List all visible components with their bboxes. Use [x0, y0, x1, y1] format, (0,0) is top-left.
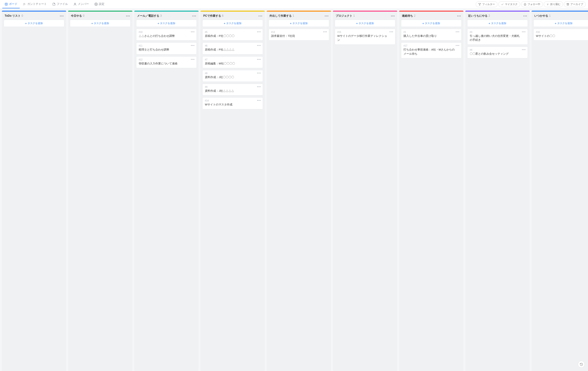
- card-id: #6: [205, 44, 261, 47]
- add-task-label: タスクを追加: [94, 22, 109, 25]
- gantt-icon: [23, 2, 26, 6]
- nav-tab-member[interactable]: メンバー: [71, 0, 91, 8]
- nav-tab-file[interactable]: ファイル: [50, 0, 70, 8]
- task-card[interactable]: ••• #10 △△さんとの打ち合わせ調整: [136, 29, 197, 41]
- star-icon: [524, 3, 526, 6]
- column-title-wrap: メール／電話する 3: [137, 14, 162, 18]
- action-collapse[interactable]: 折り畳む: [544, 1, 563, 7]
- column-more-icon[interactable]: •••: [126, 14, 130, 18]
- add-task-label: タスクを追加: [292, 22, 308, 25]
- board: ToDo リスト 0 ••• + タスクを追加 今日やる 0 ••• + タスク…: [2, 11, 586, 371]
- action-filter[interactable]: フィルター: [476, 1, 497, 7]
- action-archive[interactable]: アーカイブ: [564, 1, 586, 7]
- task-card[interactable]: ••• #4 〇〇君との飲み会セッティング: [467, 47, 528, 58]
- card-more-icon[interactable]: •••: [257, 72, 261, 75]
- card-id: #13: [271, 31, 327, 33]
- card-more-icon[interactable]: •••: [522, 48, 526, 51]
- card-title: △△さんとの打ち合わせ調整: [139, 34, 194, 38]
- task-card[interactable]: ••• #16 Wサイトの〇〇: [533, 29, 588, 41]
- task-card[interactable]: ••• #5 原稿作成：P社〇〇〇〇: [202, 29, 263, 41]
- column-more-icon[interactable]: •••: [325, 14, 329, 18]
- card-more-icon[interactable]: •••: [257, 30, 261, 33]
- card-title: 領収書の入力作業について連絡: [139, 62, 194, 65]
- task-card[interactable]: ••• #12 領収書の入力作業について連絡: [136, 56, 197, 68]
- card-more-icon[interactable]: •••: [522, 30, 526, 33]
- card-more-icon[interactable]: •••: [191, 44, 195, 47]
- column-title-wrap: 連絡待ち 2: [402, 14, 416, 18]
- action-label: 折り畳む: [550, 2, 560, 6]
- column-title: 近いうちにやる: [468, 14, 488, 18]
- add-task-button[interactable]: + タスクを追加: [202, 20, 263, 27]
- add-task-button[interactable]: + タスクを追加: [533, 20, 588, 27]
- card-more-icon[interactable]: •••: [191, 30, 195, 33]
- task-card[interactable]: ••• #3 引っ越し後の飼い犬の住所変更・犬鑑札の手続き: [467, 29, 528, 45]
- nav-tab-gear[interactable]: 設定: [92, 0, 107, 8]
- column-header: 連絡待ち 2 •••: [399, 11, 463, 20]
- column-header: PCで作業する 6 •••: [200, 11, 265, 20]
- task-card[interactable]: ••• #15 Wサイトのデータ移行作業ディレクション: [335, 29, 395, 45]
- task-card[interactable]: ••• #14 Wサイトのマスタ作成: [202, 97, 263, 109]
- card-more-icon[interactable]: •••: [191, 58, 195, 61]
- card-more-icon[interactable]: •••: [257, 58, 261, 61]
- add-task-label: タスクを追加: [28, 22, 43, 25]
- card-title: Wサイトの〇〇: [536, 34, 588, 38]
- history-icon: [580, 363, 583, 366]
- column-title-wrap: 今日やる 0: [71, 14, 84, 18]
- action-check[interactable]: マイタスク: [498, 1, 520, 7]
- column-header: メール／電話する 3 •••: [134, 11, 199, 20]
- column-more-icon[interactable]: •••: [391, 14, 395, 18]
- card-more-icon[interactable]: •••: [456, 30, 460, 33]
- column-title: メール／電話する: [137, 14, 159, 18]
- add-task-button[interactable]: + タスクを追加: [70, 20, 131, 27]
- card-more-icon[interactable]: •••: [257, 44, 261, 47]
- task-card[interactable]: ••• #6 原稿作成：P社△△△△: [202, 43, 263, 54]
- card-more-icon[interactable]: •••: [257, 85, 261, 88]
- column: ToDo リスト 0 ••• + タスクを追加: [2, 11, 66, 371]
- add-task-button[interactable]: + タスクを追加: [136, 20, 197, 27]
- add-task-button[interactable]: + タスクを追加: [467, 20, 528, 27]
- collapse-icon: [546, 3, 549, 6]
- nav-tab-label: メンバー: [78, 2, 89, 6]
- column-title: ToDo リスト: [5, 14, 21, 18]
- gear-icon: [94, 2, 98, 6]
- card-more-icon[interactable]: •••: [456, 44, 460, 47]
- card-more-icon[interactable]: •••: [323, 30, 327, 33]
- column-more-icon[interactable]: •••: [192, 14, 196, 18]
- column-more-icon[interactable]: •••: [258, 14, 262, 18]
- add-task-button[interactable]: + タスクを追加: [401, 20, 462, 27]
- column-more-icon[interactable]: •••: [523, 14, 527, 18]
- svg-point-7: [96, 4, 96, 5]
- task-card[interactable]: ••• #11 税理士と打ち合わせ調整: [136, 43, 197, 54]
- task-card[interactable]: ••• #7 原稿編集：M社〇〇〇〇: [202, 56, 263, 68]
- nav-tab-gantt[interactable]: ガントチャート: [21, 0, 49, 8]
- task-card[interactable]: ••• #13 請求書送付：T社宛: [269, 29, 329, 41]
- task-card[interactable]: ••• #8 資料作成：J社〇〇〇〇: [202, 70, 263, 82]
- card-more-icon[interactable]: •••: [389, 30, 393, 33]
- column-header: いつかやる 1 •••: [532, 11, 588, 20]
- column: PCで作業する 6 ••• + タスクを追加 ••• #5 原稿作成：P社〇〇〇…: [200, 11, 265, 371]
- column-count: 1: [549, 14, 551, 17]
- column-title: いつかやる: [534, 14, 548, 18]
- history-button[interactable]: [578, 361, 585, 368]
- board-scroll[interactable]: ToDo リスト 0 ••• + タスクを追加 今日やる 0 ••• + タスク…: [0, 9, 588, 371]
- column-more-icon[interactable]: •••: [60, 14, 64, 18]
- action-star[interactable]: フォロー中: [521, 1, 543, 7]
- task-card[interactable]: ••• #9 資料作成：J社△△△△: [202, 84, 263, 96]
- column-more-icon[interactable]: •••: [457, 14, 461, 18]
- card-more-icon[interactable]: •••: [257, 99, 261, 102]
- task-card[interactable]: ••• #1 購入した中古車の受け取り: [401, 29, 462, 41]
- board-icon: [5, 2, 8, 6]
- column-count: 6: [222, 14, 224, 17]
- nav-tab-label: ファイル: [57, 2, 68, 6]
- task-card[interactable]: ••• #17 打ち合わせ事前連絡：A社・Mさんからのメール待ち: [401, 43, 462, 58]
- plus-icon: +: [224, 22, 225, 25]
- svg-marker-9: [524, 3, 526, 6]
- column-count: 0: [83, 14, 84, 17]
- add-task-button[interactable]: + タスクを追加: [335, 20, 395, 27]
- add-task-button[interactable]: + タスクを追加: [4, 20, 64, 27]
- column-title: 今日やる: [71, 14, 82, 18]
- add-task-label: タスクを追加: [160, 22, 175, 25]
- nav-tab-board[interactable]: ボード: [2, 0, 20, 8]
- add-task-button[interactable]: + タスクを追加: [269, 20, 329, 27]
- column-title: プロジェクト: [336, 14, 352, 18]
